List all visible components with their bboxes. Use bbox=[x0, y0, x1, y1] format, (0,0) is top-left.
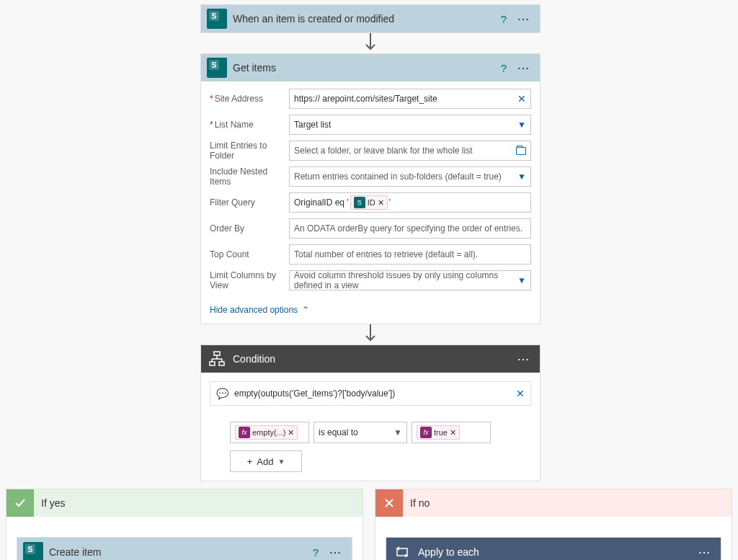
chevron-down-icon[interactable]: ▼ bbox=[517, 275, 526, 285]
expression-bar[interactable]: 💬 empty(outputs('Get_items')?['body/valu… bbox=[210, 381, 531, 406]
apply-to-each-card: Apply to each ··· *Select an output from… bbox=[386, 537, 721, 560]
limitcols-label: Limit Columns by View bbox=[210, 270, 289, 290]
if-no-header: If no bbox=[375, 489, 732, 517]
site-address-label: Site Address bbox=[215, 94, 263, 104]
sharepoint-icon: S bbox=[354, 197, 365, 208]
comment-icon: 💬 bbox=[216, 388, 228, 399]
close-icon bbox=[375, 489, 403, 517]
create-item-menu[interactable]: ··· bbox=[326, 542, 346, 560]
sharepoint-icon bbox=[207, 58, 227, 78]
topcount-input[interactable]: Total number of entries to retrieve (def… bbox=[289, 244, 531, 265]
trigger-card[interactable]: When an item is created or modified ? ··… bbox=[200, 4, 541, 33]
chevron-down-icon: ▼ bbox=[394, 427, 402, 437]
add-condition-button[interactable]: + Add ▼ bbox=[230, 450, 302, 472]
svg-rect-4 bbox=[219, 362, 224, 365]
loop-icon bbox=[392, 542, 412, 560]
flow-arrow bbox=[200, 33, 541, 53]
limit-folder-input[interactable]: Select a folder, or leave blank for the … bbox=[289, 141, 531, 161]
if-yes-branch: If yes Create item ? ··· + Add an action bbox=[6, 489, 363, 560]
svg-rect-3 bbox=[210, 362, 215, 365]
filter-input[interactable]: OriginalID eq ' S ID ✕ ' bbox=[289, 192, 531, 213]
nested-input[interactable]: Return entries contained in sub-folders … bbox=[289, 166, 531, 187]
trigger-title: When an item is created or modified bbox=[227, 13, 494, 25]
sharepoint-icon bbox=[23, 542, 43, 560]
limit-folder-label: Limit Entries to Folder bbox=[210, 141, 289, 161]
help-icon[interactable]: ? bbox=[494, 9, 514, 29]
check-icon bbox=[6, 489, 34, 517]
topcount-label: Top Count bbox=[210, 249, 289, 259]
apply-menu[interactable]: ··· bbox=[695, 542, 715, 560]
get-items-card: Get items ? ··· *Site Address https:// a… bbox=[200, 53, 541, 324]
help-icon[interactable]: ? bbox=[306, 542, 326, 560]
orderby-label: Order By bbox=[210, 223, 289, 234]
fx-icon: fx bbox=[420, 427, 432, 438]
remove-token-icon[interactable]: ✕ bbox=[288, 428, 294, 437]
chevron-down-icon[interactable]: ▼ bbox=[517, 120, 526, 130]
expression-text: empty(outputs('Get_items')?['body/value'… bbox=[234, 388, 395, 399]
site-address-input[interactable]: https:// arepoint.com/sites/Target_site … bbox=[289, 89, 531, 109]
trigger-menu[interactable]: ··· bbox=[514, 9, 534, 29]
create-item-card[interactable]: Create item ? ··· bbox=[17, 537, 352, 560]
fx-token[interactable]: fx true ✕ bbox=[417, 425, 460, 440]
fx-icon: fx bbox=[239, 427, 250, 438]
if-no-label: If no bbox=[403, 497, 430, 509]
create-item-title: Create item bbox=[43, 546, 306, 558]
filter-label: Filter Query bbox=[210, 197, 289, 208]
nested-label: Include Nested Items bbox=[210, 166, 289, 187]
svg-rect-2 bbox=[214, 352, 220, 355]
condition-menu[interactable]: ··· bbox=[514, 349, 534, 369]
if-no-branch: If no Apply to each ··· *Select an outpu… bbox=[375, 489, 732, 560]
list-name-label: List Name bbox=[215, 120, 254, 130]
condition-left[interactable]: fx empty(...) ✕ bbox=[230, 422, 309, 443]
clear-icon[interactable]: ✕ bbox=[517, 93, 526, 105]
flow-arrow bbox=[200, 324, 541, 345]
condition-card: Condition ··· 💬 empty(outputs('Get_items… bbox=[200, 345, 541, 481]
condition-right[interactable]: fx true ✕ bbox=[412, 422, 491, 443]
apply-title: Apply to each bbox=[412, 546, 695, 558]
condition-icon bbox=[207, 349, 227, 369]
chevron-down-icon: ▼ bbox=[277, 458, 285, 466]
condition-title: Condition bbox=[227, 353, 514, 365]
condition-operator[interactable]: is equal to ▼ bbox=[314, 422, 407, 443]
get-items-title: Get items bbox=[227, 62, 494, 74]
id-token[interactable]: S ID ✕ bbox=[350, 195, 388, 210]
fx-token[interactable]: fx empty(...) ✕ bbox=[235, 425, 298, 440]
limitcols-input[interactable]: Avoid column threshold issues by only us… bbox=[289, 270, 531, 290]
apply-header[interactable]: Apply to each ··· bbox=[386, 538, 721, 560]
get-items-header[interactable]: Get items ? ··· bbox=[201, 54, 540, 81]
if-yes-label: If yes bbox=[34, 497, 65, 509]
if-yes-header: If yes bbox=[6, 489, 363, 517]
clear-expression-icon[interactable]: ✕ bbox=[516, 388, 525, 399]
chevron-up-icon: ⌃ bbox=[302, 305, 309, 315]
get-items-menu[interactable]: ··· bbox=[514, 58, 534, 78]
sharepoint-icon bbox=[207, 9, 227, 29]
remove-token-icon[interactable]: ✕ bbox=[378, 198, 384, 208]
list-name-input[interactable]: Target list ▼ bbox=[289, 115, 531, 135]
orderby-input[interactable]: An ODATA orderBy query for specifying th… bbox=[289, 218, 531, 239]
condition-header[interactable]: Condition ··· bbox=[201, 345, 540, 373]
help-icon[interactable]: ? bbox=[494, 58, 514, 78]
hide-advanced-toggle[interactable]: Hide advanced options ⌃ bbox=[201, 301, 540, 324]
plus-icon: + bbox=[247, 456, 253, 467]
remove-token-icon[interactable]: ✕ bbox=[450, 428, 456, 437]
folder-icon[interactable] bbox=[516, 147, 526, 155]
chevron-down-icon[interactable]: ▼ bbox=[517, 172, 526, 182]
